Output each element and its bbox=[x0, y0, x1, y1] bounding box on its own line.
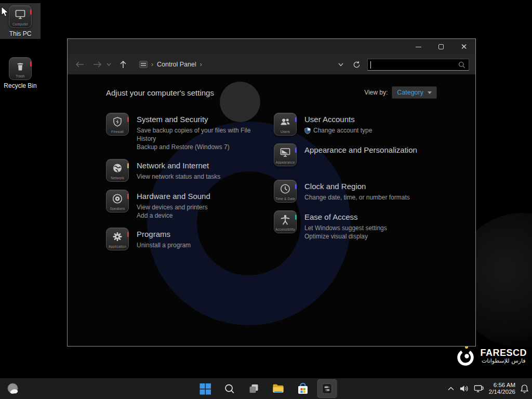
windows-logo-icon bbox=[199, 383, 211, 395]
chevron-down-icon bbox=[428, 91, 432, 94]
taskbar-search-button[interactable] bbox=[220, 379, 240, 398]
tray-chevron-up-icon[interactable] bbox=[447, 386, 455, 391]
clock-tile[interactable]: Time & Date bbox=[274, 180, 297, 203]
category-title[interactable]: Appearance and Personalization bbox=[304, 144, 417, 155]
category-link[interactable]: Add a device bbox=[137, 211, 210, 220]
tile-label: Network bbox=[107, 176, 128, 180]
task-view-icon bbox=[248, 383, 260, 394]
clock-time: 6:56 AM bbox=[489, 382, 515, 389]
taskbar-clock[interactable]: 6:56 AM 2/14/2026 bbox=[489, 382, 515, 395]
category-programs[interactable]: Application Programs Uninstall a program bbox=[106, 228, 274, 250]
category-link-text: Change account type bbox=[313, 126, 372, 135]
tile-label: Accessibility bbox=[274, 228, 296, 231]
status-dot bbox=[295, 148, 297, 153]
control-panel-taskbar-button[interactable] bbox=[317, 379, 337, 398]
control-panel-app-icon bbox=[321, 382, 334, 395]
control-panel-window: ✕ › Control Panel › bbox=[67, 38, 476, 347]
category-title[interactable]: User Accounts bbox=[304, 114, 372, 125]
category-title[interactable]: Hardware and Sound bbox=[137, 191, 210, 202]
volume-icon[interactable] bbox=[459, 384, 469, 393]
users-tile[interactable]: Users bbox=[274, 113, 297, 136]
network-tile[interactable]: Network bbox=[106, 159, 129, 182]
category-link[interactable]: Change date, time, or number formats bbox=[304, 193, 410, 202]
category-system-and-security[interactable]: Firewall System and Security Save backup… bbox=[106, 113, 274, 151]
computer-icon bbox=[14, 8, 26, 21]
appearance-tile[interactable]: Appearance bbox=[274, 143, 297, 166]
category-link[interactable]: Let Windows suggest settings bbox=[304, 224, 387, 232]
category-appearance-and-personalization[interactable]: Appearance Appearance and Personalizatio… bbox=[274, 143, 475, 166]
category-link[interactable]: View network status and tasks bbox=[137, 172, 220, 181]
forward-button[interactable] bbox=[90, 58, 104, 71]
brand-name: FARESCD bbox=[480, 348, 527, 357]
category-hardware-and-sound[interactable]: Speakers Hardware and Sound View devices… bbox=[106, 190, 274, 220]
programs-tile[interactable]: Application bbox=[106, 228, 129, 250]
status-dot bbox=[30, 61, 32, 66]
search-input[interactable] bbox=[368, 59, 469, 70]
category-clock-and-region[interactable]: Time & Date Clock and Region Change date… bbox=[274, 180, 475, 203]
system-security-tile[interactable]: Firewall bbox=[106, 113, 129, 136]
start-button[interactable] bbox=[195, 379, 215, 398]
recycle-bin-tile[interactable]: Trash bbox=[9, 57, 32, 80]
address-dropdown[interactable] bbox=[336, 58, 345, 71]
network-icon[interactable] bbox=[474, 384, 484, 393]
tile-label: Speakers bbox=[107, 207, 128, 210]
up-button[interactable] bbox=[116, 58, 130, 71]
tile-label: Application bbox=[107, 245, 128, 248]
category-title[interactable]: Ease of Access bbox=[304, 211, 387, 222]
category-link[interactable]: Save backup copies of your files with Fi… bbox=[137, 126, 251, 143]
view-by-label: View by: bbox=[364, 89, 388, 96]
breadcrumb[interactable]: › Control Panel › bbox=[139, 61, 202, 68]
clock-date: 2/14/2026 bbox=[489, 389, 515, 395]
task-view-button[interactable] bbox=[244, 379, 264, 398]
category-link[interactable]: Optimize visual display bbox=[304, 232, 387, 241]
this-pc-tile[interactable]: Computer bbox=[9, 5, 32, 28]
view-by-dropdown[interactable]: Category bbox=[392, 86, 437, 99]
status-dot bbox=[295, 215, 297, 220]
category-user-accounts[interactable]: Users User Accounts Change account type bbox=[274, 113, 475, 136]
display-icon bbox=[279, 147, 291, 159]
status-dot bbox=[127, 194, 129, 199]
category-network-and-internet[interactable]: Network Network and Internet View networ… bbox=[106, 159, 274, 182]
speakers-tile[interactable]: Speakers bbox=[106, 190, 129, 212]
accessibility-tile[interactable]: Accessibility bbox=[274, 210, 297, 233]
mouse-cursor bbox=[1, 6, 9, 18]
category-link[interactable]: Change account type bbox=[304, 126, 372, 135]
category-title[interactable]: Clock and Region bbox=[304, 181, 410, 192]
file-explorer-icon bbox=[272, 383, 285, 394]
uac-shield-icon bbox=[304, 127, 311, 134]
desktop-icon-recycle-bin[interactable]: Trash Recycle Bin bbox=[0, 55, 41, 91]
microsoft-store-button[interactable] bbox=[293, 379, 313, 398]
maximize-icon bbox=[438, 44, 444, 49]
category-link[interactable]: View devices and printers bbox=[137, 203, 210, 211]
status-dot bbox=[127, 163, 129, 168]
notifications-bell-icon[interactable] bbox=[520, 384, 529, 393]
status-dot bbox=[295, 117, 297, 122]
widgets-weather-icon[interactable] bbox=[6, 382, 20, 396]
category-title[interactable]: Programs bbox=[137, 229, 191, 240]
tile-label: Firewall bbox=[107, 130, 128, 134]
file-explorer-button[interactable] bbox=[269, 379, 288, 398]
category-ease-of-access[interactable]: Accessibility Ease of Access Let Windows… bbox=[274, 210, 475, 241]
chevron-right-icon[interactable]: › bbox=[200, 61, 202, 68]
category-title[interactable]: Network and Internet bbox=[137, 160, 220, 171]
recent-pages-dropdown[interactable] bbox=[104, 58, 113, 71]
control-panel-content: Adjust your computer's settings View by:… bbox=[68, 75, 475, 346]
desktop-icon-label: Recycle Bin bbox=[0, 82, 41, 89]
back-button[interactable] bbox=[73, 58, 86, 71]
accessibility-icon bbox=[279, 214, 291, 226]
refresh-button[interactable] bbox=[350, 58, 363, 71]
trash-icon bbox=[14, 60, 26, 73]
window-titlebar: ✕ bbox=[68, 39, 475, 55]
breadcrumb-control-panel[interactable]: Control Panel bbox=[157, 61, 196, 68]
tile-label: Trash bbox=[9, 74, 31, 78]
category-title[interactable]: System and Security bbox=[137, 114, 251, 125]
close-button[interactable]: ✕ bbox=[453, 39, 475, 55]
maximize-button[interactable] bbox=[430, 39, 453, 55]
tile-label: Time & Date bbox=[274, 197, 296, 201]
navigation-bar: › Control Panel › bbox=[68, 55, 475, 75]
category-link[interactable]: Backup and Restore (Windows 7) bbox=[137, 143, 251, 151]
store-icon bbox=[297, 383, 309, 395]
category-link[interactable]: Uninstall a program bbox=[137, 241, 191, 249]
firewall-shield-icon bbox=[111, 116, 124, 128]
minimize-button[interactable] bbox=[407, 39, 430, 55]
